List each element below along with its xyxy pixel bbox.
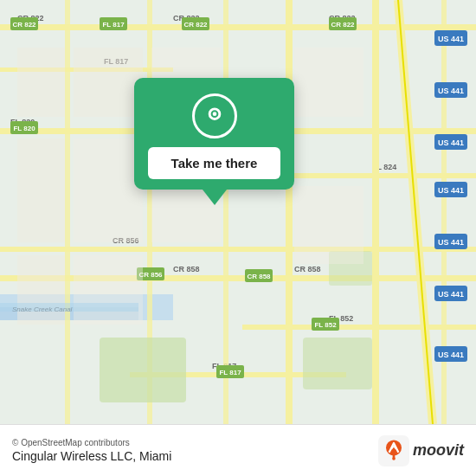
svg-text:US 441: US 441 xyxy=(438,186,464,195)
svg-rect-75 xyxy=(74,255,143,325)
moovit-text: moovit xyxy=(413,441,464,460)
svg-text:FL 817: FL 817 xyxy=(219,369,241,376)
svg-rect-76 xyxy=(294,48,363,117)
attribution-text: © OpenStreetMap contributors xyxy=(12,438,171,447)
map-background: CR 822 CR 822 CR 822 FL 820 FL 820 FL 81… xyxy=(0,0,476,424)
svg-text:CR 858: CR 858 xyxy=(173,265,200,273)
svg-text:US 441: US 441 xyxy=(438,87,464,95)
svg-rect-27 xyxy=(372,0,379,424)
svg-text:US 441: US 441 xyxy=(438,351,464,359)
svg-point-84 xyxy=(392,457,396,460)
svg-text:FL 817: FL 817 xyxy=(102,21,125,29)
svg-text:FL 820: FL 820 xyxy=(13,125,35,132)
moovit-icon xyxy=(378,435,409,466)
svg-text:FL 852: FL 852 xyxy=(314,321,337,329)
svg-rect-23 xyxy=(65,0,70,424)
svg-text:US 441: US 441 xyxy=(438,290,464,299)
svg-text:CR 858: CR 858 xyxy=(247,273,271,280)
moovit-logo[interactable]: moovit xyxy=(378,435,464,466)
svg-rect-68 xyxy=(17,48,65,117)
svg-point-81 xyxy=(212,112,216,116)
svg-text:CR 858: CR 858 xyxy=(294,265,321,273)
svg-text:US 441: US 441 xyxy=(438,138,464,147)
svg-text:CR 822: CR 822 xyxy=(12,21,36,29)
svg-text:US 441: US 441 xyxy=(438,238,464,247)
svg-rect-26 xyxy=(286,0,293,424)
svg-rect-65 xyxy=(100,338,186,402)
svg-rect-77 xyxy=(294,186,363,264)
svg-rect-25 xyxy=(223,0,228,424)
svg-rect-79 xyxy=(0,303,138,312)
svg-rect-19 xyxy=(242,325,476,330)
svg-rect-72 xyxy=(74,138,143,242)
svg-rect-66 xyxy=(303,338,372,389)
svg-rect-14 xyxy=(0,275,476,281)
svg-rect-74 xyxy=(17,255,65,325)
svg-text:CR 822: CR 822 xyxy=(331,21,355,29)
popup-card: Take me there xyxy=(134,78,294,190)
location-name: Cingular Wireless LLC, Miami xyxy=(12,449,171,463)
popup-tail xyxy=(203,190,227,205)
bottom-left: © OpenStreetMap contributors Cingular Wi… xyxy=(12,438,171,463)
take-me-there-button[interactable]: Take me there xyxy=(148,147,280,179)
svg-rect-69 xyxy=(74,48,143,117)
map-container[interactable]: CR 822 CR 822 CR 822 FL 820 FL 820 FL 81… xyxy=(0,0,476,424)
svg-text:CR 822: CR 822 xyxy=(183,21,208,29)
svg-rect-12 xyxy=(0,247,476,252)
bottom-bar: © OpenStreetMap contributors Cingular Wi… xyxy=(0,424,476,476)
svg-text:US 441: US 441 xyxy=(438,35,464,43)
location-pin-icon xyxy=(192,93,237,138)
svg-rect-71 xyxy=(17,138,65,242)
